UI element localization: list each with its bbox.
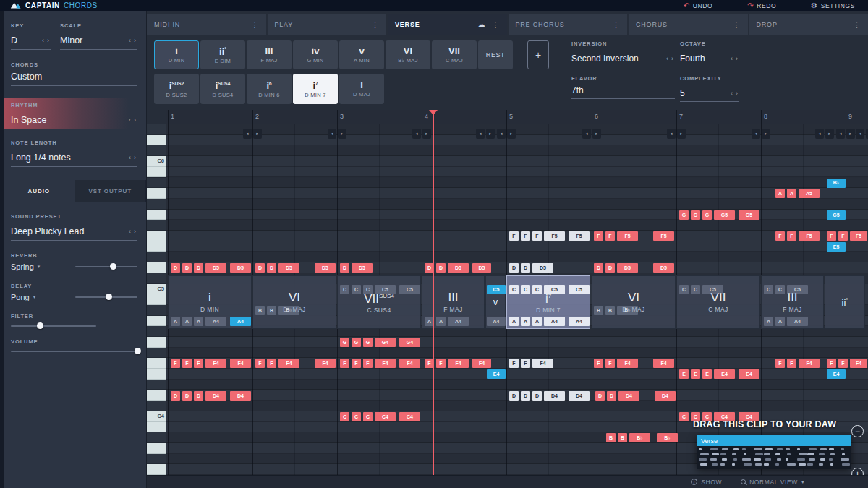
note-block[interactable]: F <box>827 231 836 241</box>
tab-menu-icon[interactable]: ⋮ <box>492 21 500 28</box>
note-block[interactable]: C <box>352 412 361 421</box>
octave-prev-arrow[interactable]: ‹ <box>729 55 734 62</box>
note-block[interactable]: F5 <box>569 231 590 241</box>
note-block[interactable]: B <box>606 433 616 442</box>
note-block[interactable]: C4 <box>375 412 396 421</box>
note-block[interactable]: B <box>605 306 615 315</box>
note-block[interactable]: F4 <box>375 359 396 368</box>
note-block[interactable]: F <box>509 359 519 368</box>
piano-key-b3[interactable] <box>147 422 166 433</box>
note-block[interactable]: D <box>521 263 530 273</box>
note-grid[interactable]: iD MINVIB♭ MAJVIISUS4C SUS4IIIF MAJvi7D … <box>166 124 868 475</box>
chord-block-ii[interactable]: ii° <box>825 275 865 329</box>
note-block[interactable]: E4 <box>827 369 846 379</box>
chord-button-isus2[interactable]: iSUS2D SUS2 <box>154 74 199 104</box>
note-block[interactable]: A <box>436 317 446 326</box>
rhythm-value[interactable]: In Space <box>11 115 46 125</box>
note-block[interactable]: C5 <box>569 285 590 294</box>
piano-key-b5[interactable] <box>147 167 166 178</box>
note-block[interactable]: A4 <box>230 317 251 326</box>
note-block[interactable]: A <box>171 317 180 326</box>
note-block[interactable]: A4 <box>205 317 226 326</box>
note-block[interactable]: C <box>764 285 773 294</box>
note-block[interactable]: F <box>521 231 530 241</box>
piano-key-g3[interactable] <box>147 464 166 475</box>
piano-key-gs4[interactable] <box>147 326 166 337</box>
note-block[interactable]: C <box>363 412 373 421</box>
piano-key-ds5[interactable] <box>147 252 166 262</box>
piano-key-cs5[interactable] <box>147 273 166 284</box>
note-block[interactable]: B <box>618 433 627 442</box>
piano-key-as4[interactable] <box>147 305 166 316</box>
redo-button[interactable]: ↷REDO <box>747 2 776 9</box>
note-block[interactable]: F5 <box>799 231 820 241</box>
note-block[interactable]: C <box>340 412 349 421</box>
note-block[interactable]: D <box>595 391 605 401</box>
reverb-select[interactable]: Spring▾ <box>11 262 40 271</box>
note-block[interactable]: F5 <box>850 231 867 241</box>
chord-extend-left-button[interactable]: ◂ <box>476 129 485 139</box>
piano-key-f4[interactable] <box>147 358 166 369</box>
note-block[interactable]: E4 <box>739 369 760 379</box>
note-block[interactable]: D <box>521 391 530 401</box>
note-block[interactable]: F <box>787 359 796 368</box>
note-block[interactable]: F <box>267 359 276 368</box>
tab-menu-icon[interactable]: ⋮ <box>853 21 861 28</box>
piano-key-c4[interactable]: C4 <box>147 411 166 422</box>
note-block[interactable]: C5 <box>787 285 808 294</box>
octave-next-arrow[interactable]: › <box>734 55 739 62</box>
chord-button-iv[interactable]: ivG MIN <box>293 40 338 69</box>
note-block[interactable]: E <box>679 369 689 379</box>
note-block[interactable]: B <box>255 306 265 315</box>
complexity-value[interactable]: 5 <box>680 88 685 98</box>
chord-extend-left-button[interactable]: ◂ <box>582 129 591 139</box>
note-block[interactable]: D4 <box>205 391 226 401</box>
preset-next-arrow[interactable]: › <box>132 228 137 235</box>
note-block[interactable]: C5 <box>544 285 565 294</box>
note-block[interactable]: C4 <box>399 412 420 421</box>
note-block[interactable]: F <box>521 359 530 368</box>
chord-extend-left-button[interactable]: ◂ <box>243 129 252 139</box>
piano-key-g4[interactable] <box>147 337 166 348</box>
tab-play[interactable]: PLAY⋮ <box>268 14 387 35</box>
chord-extend-left-button[interactable]: ◂ <box>856 129 864 139</box>
playhead-marker[interactable] <box>429 110 438 115</box>
note-block[interactable]: D <box>194 391 203 401</box>
note-block[interactable]: D5 <box>352 263 373 273</box>
note-block[interactable]: B <box>267 306 276 315</box>
note-block[interactable]: D5 <box>532 263 553 273</box>
piano-key-gs3[interactable] <box>147 454 166 465</box>
piano-key-d5[interactable] <box>147 262 166 273</box>
chord-button-vii[interactable]: VIIC MAJ <box>432 40 477 69</box>
chord-extend-right-button[interactable]: ▸ <box>422 129 431 139</box>
tab-drop[interactable]: DROP⋮ <box>749 14 868 35</box>
note-block[interactable]: A <box>182 317 192 326</box>
chord-extend-right-button[interactable]: ▸ <box>677 129 686 139</box>
scale-prev-arrow[interactable]: ‹ <box>127 37 132 44</box>
piano-key-d6[interactable] <box>147 135 166 146</box>
complexity-prev-arrow[interactable]: ‹ <box>729 90 734 97</box>
piano-key-e5[interactable] <box>147 241 166 252</box>
note-block[interactable]: F <box>509 231 519 241</box>
piano-key-d4[interactable] <box>147 390 166 401</box>
note-block[interactable]: F <box>775 359 785 368</box>
note-block[interactable]: D <box>194 263 203 273</box>
note-block[interactable]: F <box>594 231 603 241</box>
cloud-upload-icon[interactable]: ☁ <box>478 21 485 28</box>
note-block[interactable]: G5 <box>714 210 735 220</box>
note-block[interactable]: D <box>436 263 446 273</box>
note-block[interactable]: E <box>691 369 700 379</box>
chord-extend-right-button[interactable]: ▸ <box>846 129 855 139</box>
key-prev-arrow[interactable]: ‹ <box>41 37 46 44</box>
note-block[interactable]: C5 <box>399 285 420 294</box>
chord-extend-left-button[interactable]: ◂ <box>328 129 336 139</box>
timeline-ruler[interactable]: 123456789 <box>166 110 868 124</box>
note-length-prev-arrow[interactable]: ‹ <box>127 154 132 161</box>
note-block[interactable]: F4 <box>315 359 336 368</box>
chord-extend-right-button[interactable]: ▸ <box>825 129 834 139</box>
note-block[interactable]: B♭ <box>278 306 299 315</box>
note-block[interactable]: G4 <box>375 338 396 347</box>
note-block[interactable]: F <box>532 231 542 241</box>
piano-key-a3[interactable] <box>147 443 166 454</box>
chord-block-viisus4[interactable]: VIISUS4C SUS4 <box>337 275 421 329</box>
